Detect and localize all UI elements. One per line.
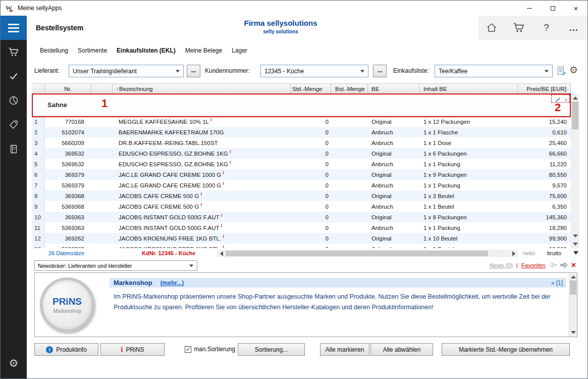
row-select-cell[interactable]: [91, 180, 113, 191]
table-vertical-scrollbar[interactable]: [571, 94, 579, 248]
news-vertical-scrollbar[interactable]: [569, 273, 577, 337]
column-header-be[interactable]: BE: [368, 84, 419, 93]
einkaufsliste-select[interactable]: Tee/Kaffee: [435, 65, 553, 77]
tab-lager[interactable]: Lager: [232, 47, 247, 54]
help-icon[interactable]: ?: [539, 20, 554, 35]
bst-menge-cell[interactable]: [331, 127, 368, 137]
jump-to-end-icon[interactable]: [573, 251, 578, 255]
bst-menge-cell[interactable]: [331, 148, 368, 159]
column-header-inhalt-be[interactable]: Inhalt BE: [419, 84, 518, 93]
sidebar-tag-icon[interactable]: [1, 113, 27, 137]
more-options-icon[interactable]: ...: [566, 20, 581, 35]
column-header-nr[interactable]: Nr.: [45, 84, 91, 93]
lieferant-more-button[interactable]: ...: [187, 65, 200, 77]
brutto-toggle[interactable]: brutto: [547, 250, 561, 256]
hamburger-menu-button[interactable]: [1, 16, 27, 40]
table-row[interactable]: 4369532EDUSCHO ESPRESSO, GZ.BOHNE 1KG!0O…: [32, 148, 571, 159]
next-arrow-icon[interactable]: [560, 262, 568, 269]
prins-button[interactable]: i PRiNS: [100, 343, 165, 356]
sidebar-cart-icon[interactable]: [1, 40, 27, 64]
std-menge-cell[interactable]: 0: [291, 201, 331, 212]
produktinfo-button[interactable]: i Produktinfo: [34, 343, 98, 356]
bst-menge-cell[interactable]: [331, 137, 368, 148]
kundennummer-select[interactable]: 12345 - Küche: [260, 65, 368, 77]
scroll-down-icon[interactable]: [571, 331, 576, 334]
row-select-cell[interactable]: [91, 137, 113, 148]
tab-bestellung[interactable]: Bestellung: [40, 47, 68, 54]
minimize-button[interactable]: [518, 1, 541, 16]
table-row[interactable]: 35660209DR.B.KAFFEEM.-REING.TABL.150ST0A…: [32, 137, 571, 148]
table-row[interactable]: 95369368JACOBS CAFE CREME 500 G!0Anbruch…: [32, 201, 571, 212]
std-menge-cell[interactable]: 0: [291, 191, 331, 201]
std-menge-cell[interactable]: 0: [291, 159, 331, 169]
table-row[interactable]: 135369262JACOBS KROENUNG FREE 1KG BTL.!0…: [32, 244, 571, 248]
news-link[interactable]: News (0): [490, 262, 513, 268]
group-row-sahne[interactable]: Sahne ×: [32, 94, 571, 116]
row-select-cell[interactable]: [91, 244, 113, 248]
std-menge-cell[interactable]: 0: [291, 116, 331, 127]
edit-list-icon[interactable]: [557, 66, 566, 77]
uebernehmen-button[interactable]: Markierte Std.-Menge übernehmen: [442, 343, 570, 356]
tab-meine-belege[interactable]: Meine Belege: [185, 47, 222, 54]
table-row[interactable]: 55369532EDUSCHO ESPRESSO, GZ.BOHNE 1KG!0…: [32, 159, 571, 169]
std-menge-cell[interactable]: 0: [291, 233, 331, 244]
tab-sortimente[interactable]: Sortimente: [78, 47, 107, 54]
list-settings-gear-icon[interactable]: ⚙: [569, 64, 578, 76]
table-row[interactable]: 1770168MEGGLE KAFFEESAHNE 10% 1L!0Origin…: [32, 116, 571, 127]
bst-menge-cell[interactable]: [331, 233, 368, 244]
std-menge-cell[interactable]: 0: [291, 180, 331, 191]
news-page-link[interactable]: » [1]: [551, 279, 563, 287]
prev-arrow-icon[interactable]: [549, 262, 557, 269]
close-button[interactable]: ×: [564, 1, 587, 16]
row-select-cell[interactable]: [91, 169, 113, 180]
column-header-bezeichnung[interactable]: ↑ Bezeichnung: [113, 84, 291, 93]
maximize-button[interactable]: [541, 1, 564, 16]
row-select-cell[interactable]: [91, 148, 113, 159]
newsticker-select[interactable]: Newsticker: Lieferanten und Hersteller: [34, 260, 197, 271]
bst-menge-cell[interactable]: [331, 116, 368, 127]
tab-einkaufslisten[interactable]: Einkaufslisten (EKL): [117, 47, 176, 54]
table-row[interactable]: 8369368JACOBS CAFE CREME 500 G!0Original…: [32, 191, 571, 201]
bst-menge-cell[interactable]: [331, 180, 368, 191]
row-select-cell[interactable]: [91, 159, 113, 169]
scroll-down-fast-icon[interactable]: [573, 243, 578, 246]
table-row[interactable]: 10369363JACOBS INSTANT GOLD 500G F.AUT!0…: [32, 212, 571, 222]
scroll-up-icon[interactable]: [573, 97, 578, 100]
bst-menge-cell[interactable]: [331, 244, 368, 248]
sidebar-checkmark-icon[interactable]: [1, 64, 27, 88]
sidebar-piechart-icon[interactable]: [1, 88, 27, 113]
sortierung-button[interactable]: Sortierung...: [238, 343, 305, 356]
home-icon[interactable]: [484, 20, 499, 35]
table-row[interactable]: 6369379JAC.LE GRAND CAFE CREME 1000 G!0O…: [32, 169, 571, 180]
mehr-link[interactable]: (mehr...): [161, 279, 184, 287]
row-select-cell[interactable]: [91, 191, 113, 201]
column-header-bst-menge[interactable]: Bst.-Menge: [331, 84, 368, 93]
std-menge-cell[interactable]: 0: [291, 137, 331, 148]
bst-menge-cell[interactable]: [331, 222, 368, 233]
column-header-std-menge[interactable]: Std.-Menge: [291, 84, 331, 93]
cart-icon[interactable]: [511, 20, 526, 35]
std-menge-cell[interactable]: 0: [291, 169, 331, 180]
scrollbar-thumb[interactable]: [226, 251, 488, 256]
scroll-up-icon[interactable]: [571, 275, 576, 278]
sidebar-book-icon[interactable]: [1, 137, 27, 161]
settings-gear-icon[interactable]: ⚙: [1, 351, 27, 375]
bst-menge-cell[interactable]: [331, 169, 368, 180]
column-header-preis[interactable]: Preis/BE [EUR]: [518, 84, 571, 93]
row-select-cell[interactable]: [91, 127, 113, 137]
std-menge-cell[interactable]: 0: [291, 222, 331, 233]
std-menge-cell[interactable]: 0: [291, 127, 331, 137]
row-select-cell[interactable]: [91, 116, 113, 127]
std-menge-cell[interactable]: 0: [291, 212, 331, 222]
table-row[interactable]: 75369379JAC.LE GRAND CAFE CREME 1000 G!0…: [32, 180, 571, 191]
scroll-down-icon[interactable]: [573, 234, 578, 238]
scroll-left-icon[interactable]: [220, 251, 223, 256]
std-menge-cell[interactable]: 0: [291, 148, 331, 159]
alle-markieren-button[interactable]: Alle markieren: [320, 343, 369, 356]
std-menge-cell[interactable]: 0: [291, 244, 331, 248]
alle-abwaehlen-button[interactable]: Alle abwählen: [370, 343, 433, 356]
edit-group-icon[interactable]: [555, 96, 561, 105]
row-select-cell[interactable]: [91, 212, 113, 222]
kundennummer-more-button[interactable]: ...: [373, 65, 387, 77]
table-row[interactable]: 12369262JACOBS KROENUNG FREE 1KG BTL.!0O…: [32, 233, 571, 244]
